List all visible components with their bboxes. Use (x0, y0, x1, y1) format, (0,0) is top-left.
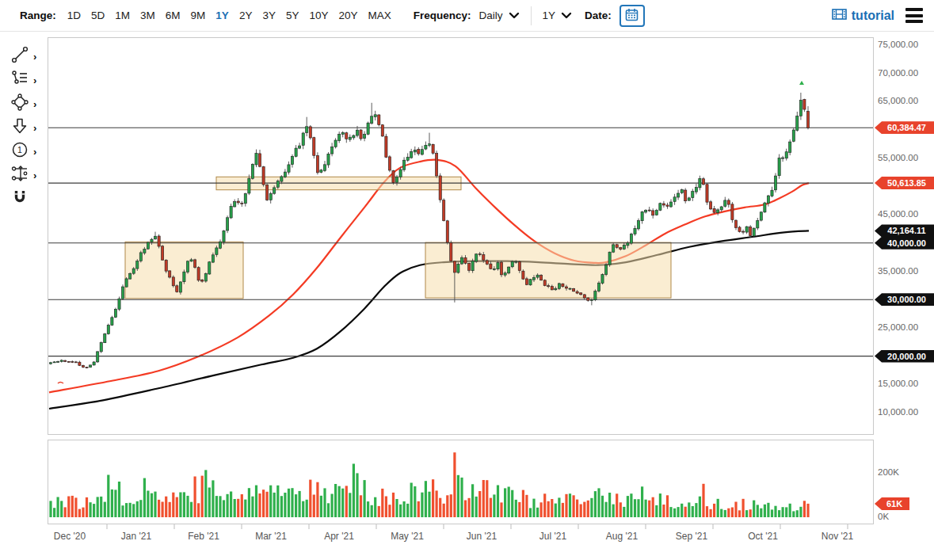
highlight-zone[interactable] (425, 242, 671, 298)
price-marker-badge: 60,384.47 (875, 121, 934, 134)
price-marker-badge: 20,000.00 (875, 350, 934, 363)
y-axis-tick: 45,000.00 (878, 209, 918, 219)
y-axis-tick: 55,000.00 (878, 153, 918, 162)
y-axis-tick: 70,000.00 (878, 68, 918, 78)
y-axis-tick: 10,000.00 (878, 407, 918, 417)
x-axis-month-label: Nov '21 (812, 531, 863, 542)
x-axis-month-label: Jan '21 (111, 531, 162, 542)
stock-chart-app: Range: 1D5D1M3M6M9M1Y2Y3Y5Y10Y20YMAX Fre… (0, 0, 934, 560)
price-chart[interactable] (0, 0, 934, 560)
price-marker-badge: 30,000.00 (875, 293, 934, 306)
volume-axis-tick: 0K (878, 512, 889, 521)
y-axis-tick: 25,000.00 (878, 322, 918, 332)
y-axis-tick: 65,000.00 (878, 96, 918, 105)
x-axis-month-label: Aug '21 (597, 531, 647, 542)
price-marker-badge: 42,164.11 (875, 224, 934, 237)
x-axis-month-label: Sep '21 (666, 531, 717, 542)
volume-axis-tick: 200K (878, 467, 899, 477)
x-axis-month-label: Jul '21 (528, 531, 578, 542)
y-axis-tick: 35,000.00 (878, 266, 918, 276)
x-axis-month-label: May '21 (382, 531, 433, 542)
y-axis-tick: 75,000.00 (878, 40, 918, 49)
volume-marker-badge: 61K (875, 497, 909, 510)
y-axis-tick: 15,000.00 (878, 379, 918, 388)
x-axis-month-label: Mar '21 (246, 531, 296, 542)
x-axis-month-label: Dec '20 (44, 531, 95, 542)
price-marker-badge: 40,000.00 (875, 237, 934, 250)
x-axis-month-label: Jun '21 (456, 531, 507, 542)
x-axis-month-label: Apr '21 (314, 531, 364, 542)
price-marker-badge: 50,613.85 (875, 177, 934, 189)
x-axis-month-label: Oct '21 (738, 531, 788, 542)
x-axis-month-label: Feb '21 (178, 531, 229, 542)
